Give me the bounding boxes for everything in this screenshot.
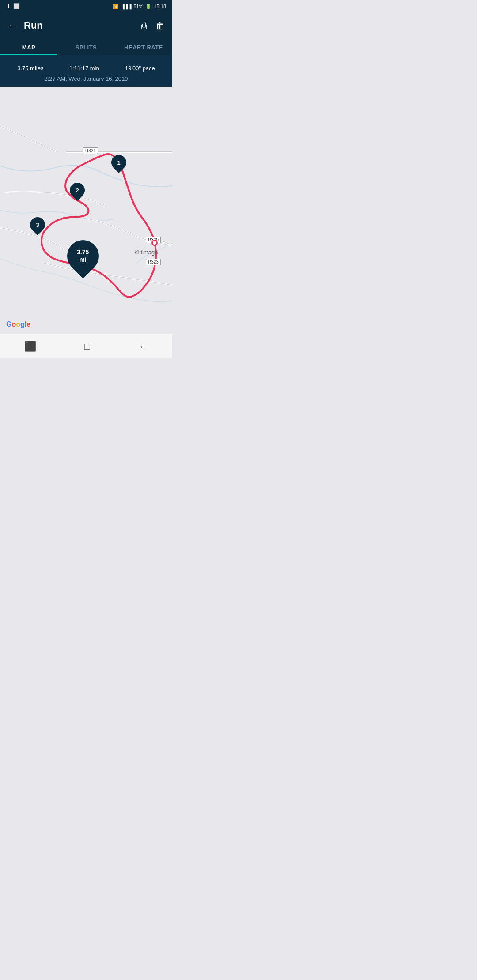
status-right: 📶 ▐▐▐ 51% 🔋 15:18 [113,4,166,9]
google-logo: Google [6,320,30,328]
battery-icon: 🔋 [145,4,151,9]
end-marker-distance: 3.75 [77,249,89,256]
svg-rect-0 [0,87,172,334]
app-bar: Run ⎙ 🗑 [0,12,172,39]
stats-date: 8:27 AM, Wed, January 16, 2019 [4,75,168,82]
back-button[interactable] [8,20,18,31]
road-label-r323: R323 [146,259,161,265]
status-left: ⬇ ⬜ [6,3,20,9]
tab-map[interactable]: MAP [0,39,57,55]
stats-bar: 3.75 miles 1:11:17 min 19'00" pace 8:27 … [0,55,172,87]
start-dot [151,240,158,246]
nav-home-button[interactable]: □ [84,341,90,352]
road-label-r321: R321 [83,147,98,154]
app-bar-right: ⎙ 🗑 [141,21,164,31]
end-marker: 3.75 mi [67,240,99,272]
tab-heart-rate[interactable]: HEART RATE [115,39,172,55]
stats-row: 3.75 miles 1:11:17 min 19'00" pace [4,61,168,73]
notification-icon: ⬇ [6,3,11,9]
signal-icon: ▐▐▐ [121,4,131,9]
map-svg [0,87,172,334]
stat-pace: 19'00" pace [125,61,155,73]
share-button[interactable]: ⎙ [141,21,147,31]
nav-recent-button[interactable]: ⬛ [24,341,36,352]
clock: 15:18 [154,4,166,9]
mile-marker-2: 2 [70,183,85,198]
mile-marker-1: 1 [111,155,126,170]
wifi-icon: 📶 [113,4,119,9]
town-label: Kiltimagh [134,249,158,256]
nav-back-button[interactable]: ← [138,341,148,352]
stat-distance: 3.75 miles [17,61,43,73]
image-icon: ⬜ [13,3,20,9]
battery-percent: 51% [133,4,143,9]
status-bar: ⬇ ⬜ 📶 ▐▐▐ 51% 🔋 15:18 [0,0,172,12]
delete-button[interactable]: 🗑 [155,21,164,31]
stat-duration: 1:11:17 min [69,61,99,73]
tab-splits[interactable]: SPLITS [57,39,115,55]
bottom-nav: ⬛ □ ← [0,334,172,358]
map-container[interactable]: R321 R320 R323 Kiltimagh 1 2 3 3.75 mi [0,87,172,334]
app-bar-left: Run [8,20,43,31]
tabs: MAP SPLITS HEART RATE [0,39,172,55]
end-marker-unit: mi [77,256,89,264]
mile-marker-3: 3 [30,217,45,232]
page-title: Run [24,20,43,31]
